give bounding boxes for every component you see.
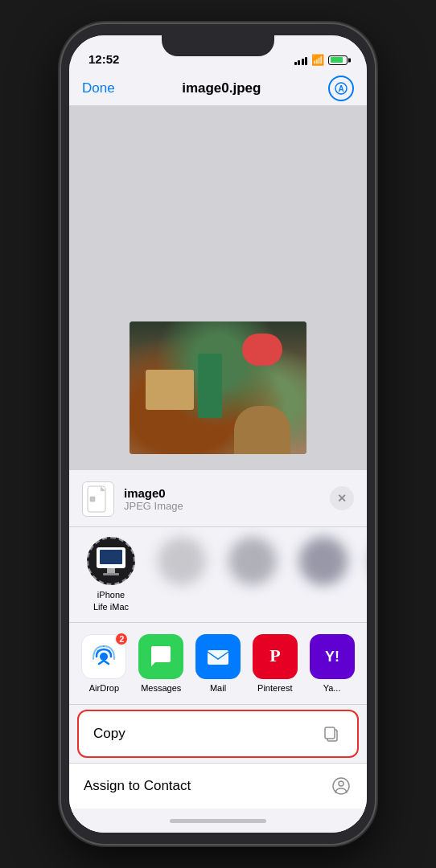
svg-rect-3 (90, 497, 95, 502)
airdrop-app-icon: 2 (81, 634, 126, 679)
page-title: image0.jpeg (182, 80, 261, 96)
markup-icon: A (335, 82, 348, 95)
home-indicator[interactable] (69, 809, 367, 833)
svg-text:P: P (269, 645, 280, 665)
photo-decoration-4 (234, 406, 290, 454)
app-icons-row: 2 AirDrop (69, 623, 367, 705)
airdrop-avatar-2 (228, 537, 277, 585)
file-svg (87, 485, 109, 513)
preview-photo (130, 321, 306, 454)
share-file-name: image0 (124, 486, 354, 500)
messages-app-icon (138, 634, 183, 679)
app-messages[interactable]: Messages (134, 634, 188, 693)
copy-icon (320, 723, 343, 745)
airdrop-device-2[interactable] (224, 537, 282, 612)
svg-text:Y!: Y! (325, 649, 339, 665)
mail-svg (204, 643, 232, 670)
svg-text:A: A (338, 84, 343, 93)
copy-svg (323, 725, 340, 743)
airdrop-device-1[interactable] (153, 537, 211, 612)
app-pinterest[interactable]: P Pinterest (248, 634, 302, 693)
share-close-button[interactable]: ✕ (330, 486, 354, 510)
airdrop-waves-svg (90, 643, 117, 670)
mail-app-icon (195, 634, 241, 679)
svg-point-11 (339, 781, 343, 786)
file-info: image0 JPEG Image (124, 486, 354, 512)
copy-button[interactable]: Copy (77, 710, 359, 758)
signal-bar-3 (302, 59, 304, 65)
assign-to-contact-button[interactable]: Assign to Contact (69, 763, 367, 809)
messages-app-label: Messages (141, 683, 181, 693)
person-circle-svg (331, 776, 351, 796)
mail-app-label: Mail (210, 683, 226, 693)
photo-decoration-2 (198, 354, 222, 418)
action-button[interactable]: A (328, 76, 354, 101)
signal-bar-2 (298, 60, 300, 65)
app-yahoo[interactable]: Y! Ya... (305, 634, 359, 693)
nav-bar: Done image0.jpeg A (69, 71, 367, 106)
share-sheet: image0 JPEG Image ✕ (69, 470, 367, 833)
done-button[interactable]: Done (82, 80, 115, 96)
pinterest-app-icon: P (253, 634, 298, 679)
imac-avatar (87, 537, 135, 585)
battery-icon (328, 55, 348, 65)
svg-point-4 (100, 653, 108, 661)
image-preview-area (69, 106, 367, 470)
wifi-icon: 📶 (311, 54, 324, 66)
imac-screen (97, 547, 125, 568)
app-airdrop[interactable]: 2 AirDrop (77, 634, 131, 693)
airdrop-app-label: AirDrop (89, 683, 119, 693)
yahoo-svg: Y! (319, 643, 346, 670)
imac-base (103, 573, 119, 575)
notch (162, 35, 274, 56)
svg-rect-5 (208, 650, 228, 665)
app-mail[interactable]: Mail (191, 634, 245, 693)
svg-rect-9 (325, 727, 335, 739)
signal-bar-4 (305, 57, 307, 65)
airdrop-device-3[interactable] (294, 537, 352, 612)
signal-bar-1 (294, 62, 297, 65)
copy-row-wrapper: Copy (69, 705, 367, 763)
share-file-type: JPEG Image (124, 500, 354, 512)
photo-decoration-1 (146, 370, 194, 410)
copy-label: Copy (93, 726, 125, 742)
airdrop-badge: 2 (114, 632, 129, 646)
status-time: 12:52 (88, 52, 119, 66)
messages-svg (147, 643, 175, 670)
phone-screen: 12:52 📶 Done image0.jpeg (69, 35, 367, 833)
share-header: image0 JPEG Image ✕ (69, 470, 367, 527)
pinterest-svg: P (261, 643, 289, 670)
file-icon (82, 481, 114, 517)
close-icon: ✕ (337, 492, 347, 505)
airdrop-avatar-1 (158, 537, 206, 585)
signal-icon (294, 55, 308, 65)
imac-screen-inner (100, 550, 122, 564)
pinterest-app-label: Pinterest (257, 683, 292, 693)
assign-label: Assign to Contact (84, 778, 191, 794)
airdrop-device-imac[interactable]: iPhone Life iMac (82, 537, 140, 612)
home-bar (170, 819, 266, 823)
photo-content (130, 321, 306, 454)
airdrop-avatar-3 (299, 537, 348, 585)
airdrop-device-label-imac: iPhone Life iMac (93, 589, 129, 612)
airdrop-devices-row: iPhone Life iMac (69, 527, 367, 623)
battery-fill (331, 57, 343, 63)
airdrop-device-4[interactable] (365, 537, 367, 612)
assign-icon (330, 775, 352, 797)
yahoo-app-icon: Y! (310, 634, 355, 679)
photo-decoration-3 (242, 334, 282, 366)
phone-frame: 12:52 📶 Done image0.jpeg (61, 24, 375, 844)
yahoo-app-label: Ya... (323, 683, 341, 693)
status-icons: 📶 (294, 54, 348, 66)
